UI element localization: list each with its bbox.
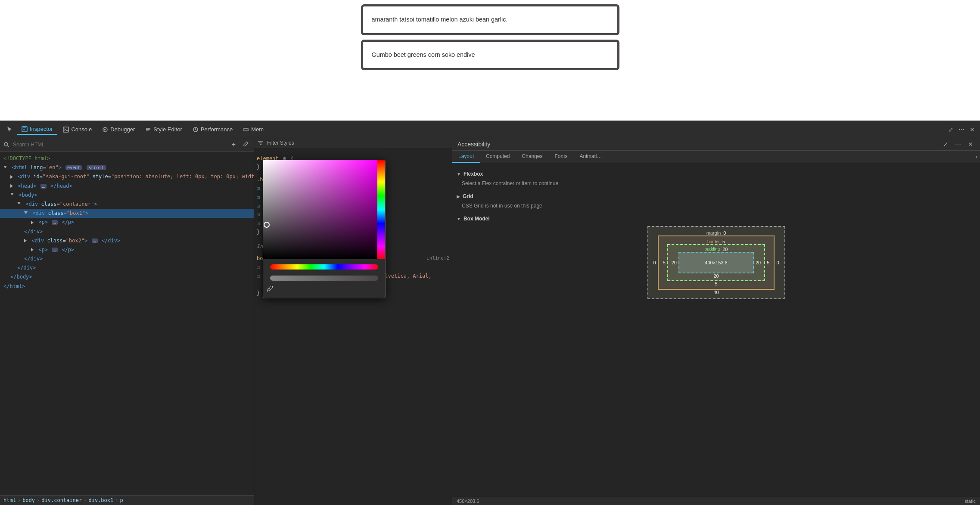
html-line-p2[interactable]: <p> … </p> <box>0 245 254 254</box>
bm-bottom-border-num: 5 <box>715 281 717 286</box>
eyedropper-icon[interactable]: 🖊 <box>267 285 274 293</box>
html-line-body[interactable]: <body> <box>0 191 254 200</box>
html-line-head[interactable]: <head> … </head> <box>0 182 254 191</box>
style-editor-tab[interactable]: Style Editor <box>141 124 186 134</box>
html-line-box2[interactable]: <div class="box2"> … </div> <box>0 236 254 245</box>
bm-padding-top-row: padding 20 <box>670 247 763 252</box>
box-model-header[interactable]: ▼ Box Model <box>457 216 976 222</box>
bm-border-top-row: border 5 <box>661 239 772 244</box>
flexbox-arrow: ▼ <box>457 172 461 177</box>
breadcrumb-html[interactable]: html <box>3 497 16 503</box>
panel-right-header: Accessibility ⤢ ⋯ ✕ <box>452 138 980 151</box>
border-checkbox[interactable]: ☑ <box>257 210 260 219</box>
expand-p2[interactable] <box>31 248 34 251</box>
expand-box1[interactable] <box>24 211 28 216</box>
event-badge[interactable]: event <box>65 165 82 170</box>
ellipsis-badge-box2[interactable]: … <box>92 239 98 243</box>
expand-right-btn[interactable]: ⤢ <box>941 140 950 149</box>
breadcrumb-container[interactable]: div.container <box>41 497 82 503</box>
performance-tab[interactable]: Performance <box>188 124 237 134</box>
tab-changes[interactable]: Changes <box>516 151 548 163</box>
grid-label: Grid <box>463 193 473 199</box>
border-radius-checkbox[interactable]: ☑ <box>257 219 260 228</box>
bm-content-box: 400×153.6 <box>678 252 754 273</box>
expand-btn[interactable]: ⤢ <box>946 125 955 134</box>
inspector-cursor-btn[interactable] <box>3 124 16 135</box>
width-checkbox[interactable]: ☑ <box>257 184 260 192</box>
html-line-body-close[interactable]: </body> <box>0 273 254 282</box>
inspector-tab[interactable]: Inspector <box>17 124 57 135</box>
expand-head[interactable] <box>10 184 13 188</box>
scroll-badge[interactable]: scroll <box>87 165 106 170</box>
padding-checkbox[interactable]: ☑ <box>257 201 260 210</box>
hue-slider[interactable] <box>270 264 378 270</box>
html-line-box1[interactable]: <div class="box1"> <box>0 209 254 218</box>
bm-bottom-padding-num: 20 <box>713 273 719 279</box>
html-toolbar: + <box>0 138 254 152</box>
devtools-body: + <!DOCTYPE html> <html lang="en"> event… <box>0 138 980 505</box>
tab-computed[interactable]: Computed <box>480 151 516 163</box>
search-icon <box>3 142 9 148</box>
add-node-btn[interactable]: + <box>230 140 237 149</box>
hue-spectrum[interactable] <box>377 160 385 259</box>
bm-left-border: 5 <box>661 244 667 281</box>
tab-layout[interactable]: Layout <box>452 151 480 163</box>
ellipsis-badge-head[interactable]: … <box>40 184 47 189</box>
flexbox-header[interactable]: ▼ Flexbox <box>457 171 976 177</box>
expand-container[interactable] <box>17 202 21 206</box>
flexbox-content: Select a Flex container or item to conti… <box>462 180 560 186</box>
bm-padding-box: padding 20 20 400×153.6 <box>667 244 765 281</box>
more-right-btn[interactable]: ⋯ <box>953 140 963 149</box>
alpha-slider[interactable] <box>270 276 378 281</box>
expand-box2[interactable] <box>24 239 27 242</box>
scroll-right-btn[interactable]: › <box>973 151 980 163</box>
ellipsis-badge-p2[interactable]: … <box>52 248 58 252</box>
body-source-line: inline:2 <box>426 254 449 263</box>
eyedropper-icon-html <box>243 141 249 147</box>
devtools-toolbar: Inspector Console Debugger Style Editor … <box>0 121 980 138</box>
html-line-container-close[interactable]: </div> <box>0 263 254 273</box>
bm-bottom-margin-row: 40 <box>652 290 781 295</box>
html-line-div-close1[interactable]: </div> <box>0 227 254 236</box>
html-line-div-close2[interactable]: </div> <box>0 254 254 263</box>
ellipsis-badge-p1[interactable]: … <box>52 220 58 225</box>
color-indicator[interactable] <box>264 222 270 228</box>
close-right-btn[interactable]: ✕ <box>966 140 975 149</box>
html-line-container[interactable]: <div class="container"> <box>0 200 254 209</box>
more-tools-btn[interactable]: ⋯ <box>957 125 966 134</box>
html-line-doctype[interactable]: <!DOCTYPE html> <box>0 154 254 163</box>
svg-line-6 <box>8 146 9 148</box>
expand-saka[interactable] <box>10 175 13 179</box>
html-content: <!DOCTYPE html> <html lang="en"> event s… <box>0 152 254 495</box>
color-picker-canvas[interactable] <box>263 160 385 259</box>
expand-p1[interactable] <box>31 221 34 224</box>
breadcrumb-body[interactable]: body <box>22 497 35 503</box>
html-line-html[interactable]: <html lang="en"> event scroll <box>0 163 254 172</box>
expand-body[interactable] <box>10 193 14 197</box>
console-tab[interactable]: Console <box>59 124 96 134</box>
html-line-html-close[interactable]: </html> <box>0 282 254 291</box>
margin-checkbox[interactable]: ☑ <box>257 193 260 201</box>
border-label: border <box>707 239 720 244</box>
box-model-section: ▼ Box Model margin 0 <box>457 216 976 299</box>
webpage-preview: amaranth tatsoi tomatillo melon azuki be… <box>0 0 980 121</box>
search-html-input[interactable] <box>13 142 227 148</box>
pick-element-btn[interactable] <box>241 140 250 149</box>
memory-tab[interactable]: Mem <box>239 124 268 134</box>
breadcrumb-box1[interactable]: div.box1 <box>88 497 113 503</box>
panel-css: Filter Styles element ⚙ { } <box>254 138 452 505</box>
bm-right-border: 5 <box>765 244 771 281</box>
close-btn[interactable]: ✕ <box>968 125 977 134</box>
tab-fonts[interactable]: Fonts <box>548 151 573 163</box>
style-editor-label: Style Editor <box>153 126 182 133</box>
html-line-div-saka[interactable]: <div id="saka-gui-root" style="position:… <box>0 172 254 181</box>
flexbox-label: Flexbox <box>464 171 483 177</box>
expand-html[interactable] <box>3 166 7 170</box>
breadcrumb-p[interactable]: p <box>120 497 123 503</box>
grid-header[interactable]: ▶ Grid <box>457 193 976 199</box>
brightness-gradient[interactable] <box>263 160 377 259</box>
eyedropper-row: 🖊 <box>263 283 385 294</box>
tab-animations[interactable]: Animati… <box>573 151 608 163</box>
html-line-p1[interactable]: <p> … </p> <box>0 218 254 227</box>
debugger-tab[interactable]: Debugger <box>98 124 139 134</box>
